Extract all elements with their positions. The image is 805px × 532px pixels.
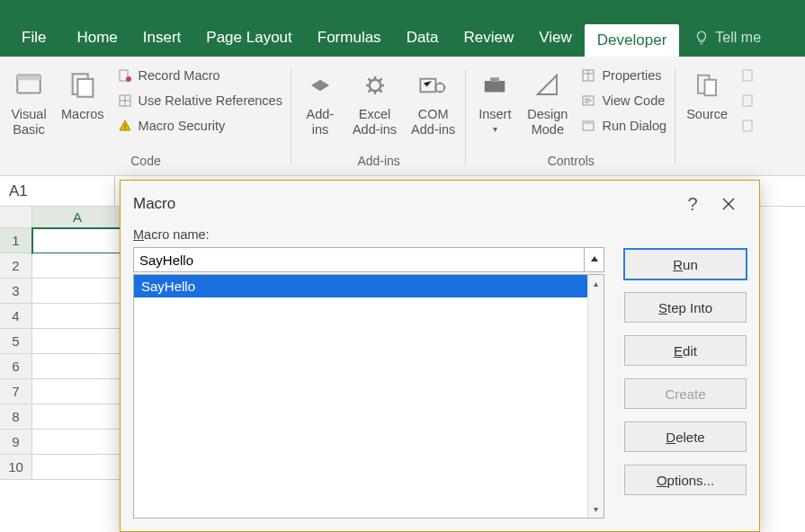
properties-icon [580,67,596,84]
com-addins-label: COM Add-ins [411,107,455,137]
cell[interactable] [32,279,123,304]
macros-icon [67,70,98,101]
xml-stub-1[interactable] [737,66,760,85]
xml-stub-2[interactable] [737,91,760,111]
view-code-label: View Code [602,93,665,108]
row-header[interactable]: 3 [0,279,32,304]
relative-refs-label: Use Relative References [139,93,282,108]
svg-rect-11 [485,81,505,93]
svg-rect-21 [743,120,752,131]
tab-review[interactable]: Review [452,19,527,57]
cell[interactable] [32,379,123,404]
source-label: Source [686,107,728,122]
ribbon-group-addins-label: Add-ins [357,154,399,170]
scrollbar[interactable]: ▴ ▾ [587,275,604,518]
record-macro-button[interactable]: Record Macro [113,66,286,85]
range-picker-button[interactable] [585,247,604,272]
help-button[interactable]: ? [675,186,711,222]
source-icon [693,72,721,99]
macro-name-label: Macro name: [133,227,604,247]
help-icon: ? [687,194,697,215]
run-dialog-button[interactable]: Run Dialog [577,116,670,136]
toolbox-icon [480,72,509,99]
record-macro-label: Record Macro [139,68,220,83]
step-into-button[interactable]: Step Into [624,292,747,323]
svg-rect-12 [490,77,499,82]
svg-text:!: ! [123,122,126,131]
run-dialog-label: Run Dialog [602,119,666,133]
doc-icon [741,68,756,83]
cell[interactable] [32,329,123,354]
row-header[interactable]: 1 [0,228,32,253]
row-header[interactable]: 6 [0,354,32,379]
tab-developer[interactable]: Developer [585,24,680,57]
macro-security-button[interactable]: !Macro Security [113,116,286,136]
cell[interactable] [32,404,123,430]
macro-name-input[interactable] [133,247,585,272]
ribbon: Visual Basic Macros Record Macro Use Rel… [0,57,805,176]
macros-label: Macros [61,107,104,122]
ribbon-group-xml-label [719,154,722,170]
row-header[interactable]: 2 [0,253,32,279]
ribbon-group-controls-label: Controls [548,154,595,170]
tell-me[interactable]: Tell me [679,19,761,57]
edit-button[interactable]: Edit [624,335,747,366]
row-header[interactable]: 10 [0,455,32,480]
tab-insert[interactable]: Insert [130,19,194,57]
row-header[interactable]: 8 [0,404,32,430]
ribbon-group-code-label: Code [130,154,160,170]
svg-rect-3 [77,79,93,97]
tab-page-layout[interactable]: Page Layout [193,19,304,57]
cell[interactable] [32,455,123,480]
select-all-corner[interactable] [0,207,32,228]
svg-point-10 [435,84,444,93]
tab-home[interactable]: Home [64,19,130,57]
com-addins-button[interactable]: COM Add-ins [406,64,461,154]
visual-basic-label: Visual Basic [11,107,46,137]
tab-strip: File Home Insert Page Layout Formulas Da… [0,19,805,57]
macro-list: SayHello ▴ ▾ [133,274,604,519]
excel-addins-label: Excel Add-ins [353,107,397,137]
insert-control-label: Insert [479,107,511,122]
create-button: Create [624,378,747,409]
cell[interactable] [32,354,123,379]
addins-button[interactable]: Add- ins [297,64,344,154]
title-bar [0,0,805,19]
delete-button[interactable]: Delete [624,421,747,452]
macro-list-item[interactable]: SayHello [134,275,587,297]
tab-data[interactable]: Data [394,19,452,57]
dialog-titlebar: Macro ? [121,181,759,227]
options-button[interactable]: Options... [624,465,747,495]
svg-rect-18 [705,80,717,96]
col-header[interactable]: A [32,207,123,228]
xml-stub-3[interactable] [737,116,760,136]
code-icon [580,93,596,109]
design-mode-button[interactable]: Design Mode [522,64,573,154]
tab-file[interactable]: File [0,19,64,57]
view-code-button[interactable]: View Code [577,91,670,111]
run-button[interactable]: Run [624,249,747,279]
source-button[interactable]: Source [681,64,733,154]
cell[interactable] [32,430,123,455]
macros-button[interactable]: Macros [56,64,110,154]
cell[interactable] [32,304,123,329]
insert-control-button[interactable]: Insert▾ [471,64,518,154]
name-box[interactable]: A1 [0,176,115,206]
doc-icon [741,119,756,133]
macro-dialog: Macro ? Macro name: SayHello ▴ ▾ Run [120,180,760,532]
chevron-up-icon: ▴ [594,279,598,288]
cell[interactable] [32,253,123,279]
excel-addins-button[interactable]: Excel Add-ins [347,64,402,154]
collapse-icon [589,254,600,265]
relative-refs-button[interactable]: Use Relative References [113,91,286,111]
row-header[interactable]: 4 [0,304,32,329]
close-button[interactable] [711,186,747,222]
row-header[interactable]: 7 [0,379,32,404]
cell-a1[interactable] [32,228,123,253]
visual-basic-button[interactable]: Visual Basic [5,64,52,154]
properties-button[interactable]: Properties [577,66,670,85]
row-header[interactable]: 9 [0,430,32,455]
tab-view[interactable]: View [526,19,585,57]
row-header[interactable]: 5 [0,329,32,354]
tab-formulas[interactable]: Formulas [305,19,394,57]
